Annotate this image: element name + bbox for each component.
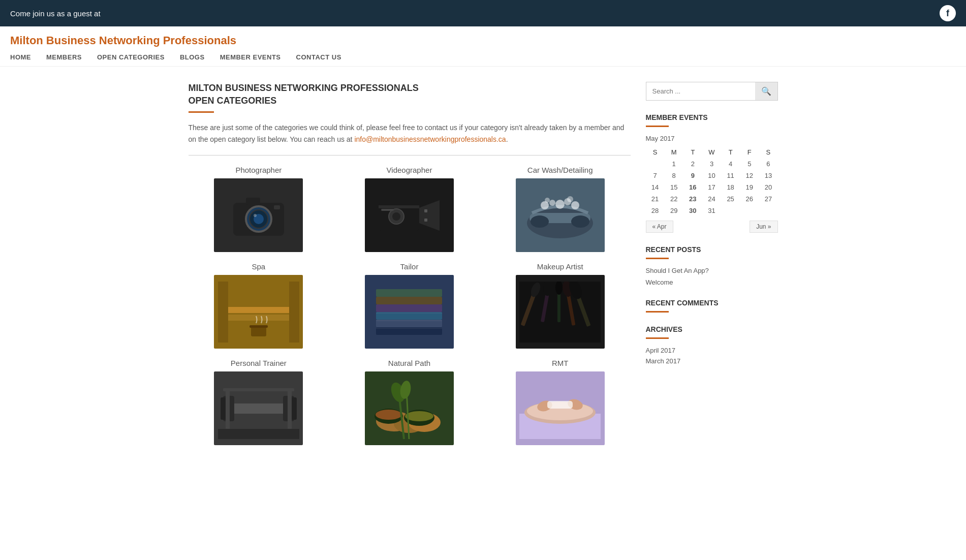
nav-home[interactable]: HOME <box>10 53 31 61</box>
archives-section: ARCHIVES April 2017 March 2017 <box>646 325 778 365</box>
svg-rect-14 <box>424 219 427 222</box>
svg-point-25 <box>545 198 550 203</box>
member-events-title: MEMBER EVENTS <box>646 113 778 121</box>
archive-april[interactable]: April 2017 <box>646 347 778 354</box>
svg-point-24 <box>571 201 579 209</box>
category-videographer: Videographer <box>339 166 480 252</box>
cal-header-s: S <box>646 146 665 158</box>
nav-open-categories[interactable]: OPEN CATEGORIES <box>97 53 165 61</box>
cal-header-f: F <box>740 146 759 158</box>
search-button[interactable]: 🔍 <box>755 82 777 100</box>
category-image-trainer <box>214 371 303 445</box>
cal-date-30[interactable]: 30 <box>683 205 702 216</box>
category-image-spa <box>214 275 303 349</box>
cal-date-9[interactable]: 9 <box>683 170 702 181</box>
sidebar: 🔍 MEMBER EVENTS May 2017 S M T W T F S <box>646 82 778 445</box>
category-makeup: Makeup Artist <box>490 262 631 349</box>
banner-text: Come join us as a guest at <box>10 9 101 18</box>
top-banner: Come join us as a guest at f <box>0 0 966 26</box>
cal-header-m: M <box>665 146 683 158</box>
category-label-tailor: Tailor <box>400 262 419 271</box>
cal-date-16[interactable]: 16 <box>683 181 702 193</box>
category-grid: Photographer Videographer <box>189 166 631 445</box>
cal-header-w: W <box>702 146 721 158</box>
cal-next-button[interactable]: Jun » <box>750 221 777 233</box>
recent-comments-title: RECENT COMMENTS <box>646 299 778 307</box>
svg-rect-12 <box>381 209 394 211</box>
search-box: 🔍 <box>646 82 778 101</box>
svg-rect-34 <box>250 325 268 328</box>
cal-header-t1: T <box>683 146 702 158</box>
svg-rect-65 <box>218 429 299 439</box>
category-label-photographer: Photographer <box>235 166 282 174</box>
calendar-month: May 2017 <box>646 135 778 142</box>
title-underline <box>189 111 214 113</box>
svg-rect-28 <box>223 315 294 321</box>
category-label-natural: Natural Path <box>388 359 430 367</box>
recent-comments-underline <box>646 311 669 313</box>
nav-contact-us[interactable]: CONTACT US <box>296 53 341 61</box>
cal-header-t2: T <box>721 146 740 158</box>
category-label-carwash: Car Wash/Detailing <box>527 166 593 174</box>
cal-date-23[interactable]: 23 <box>683 193 702 205</box>
cal-row-1: 1 2 3 4 5 6 <box>646 158 778 170</box>
category-image-natural <box>365 371 454 445</box>
member-events-underline <box>646 126 669 127</box>
category-image-carwash <box>516 178 605 252</box>
main-content: MILTON BUSINESS NETWORKING PROFESSIONALS… <box>178 82 788 445</box>
recent-posts-underline <box>646 258 669 259</box>
category-natural: Natural Path <box>339 359 480 445</box>
svg-rect-31 <box>218 282 228 343</box>
site-logo[interactable]: Milton Business Networking Professionals <box>10 34 956 47</box>
category-image-makeup <box>516 275 605 349</box>
category-label-rmt: RMT <box>552 359 569 367</box>
svg-rect-13 <box>424 209 427 212</box>
recent-posts-title: RECENT POSTS <box>646 245 778 254</box>
svg-point-26 <box>567 196 573 202</box>
category-label-videographer: Videographer <box>387 166 432 174</box>
facebook-icon[interactable]: f <box>940 5 956 21</box>
main-nav: HOME MEMBERS OPEN CATEGORIES BLOGS MEMBE… <box>10 53 956 66</box>
svg-rect-39 <box>376 304 442 312</box>
category-rmt: RMT <box>490 359 631 445</box>
category-label-trainer: Personal Trainer <box>231 359 287 367</box>
cal-header-s2: S <box>759 146 777 158</box>
svg-point-19 <box>571 215 589 228</box>
content-area: MILTON BUSINESS NETWORKING PROFESSIONALS… <box>189 82 631 445</box>
svg-rect-32 <box>289 282 299 343</box>
recent-post-0[interactable]: Should I Get An App? <box>646 267 778 274</box>
category-tailor: Tailor <box>339 262 480 349</box>
cal-row-2: 7 8 9 10 11 12 13 <box>646 170 778 181</box>
svg-point-5 <box>254 214 257 217</box>
email-link[interactable]: info@miltonbusinessnetworkingprofessiona… <box>354 135 506 143</box>
site-header: Milton Business Networking Professionals… <box>0 26 966 67</box>
recent-posts-section: RECENT POSTS Should I Get An App? Welcom… <box>646 245 778 286</box>
search-input[interactable] <box>646 82 755 100</box>
svg-rect-1 <box>246 198 260 205</box>
svg-point-22 <box>555 200 565 209</box>
svg-point-73 <box>405 411 433 421</box>
svg-rect-84 <box>547 401 573 409</box>
calendar-nav: « Apr Jun » <box>646 221 778 233</box>
archive-march[interactable]: March 2017 <box>646 357 778 365</box>
category-spa: Spa <box>189 262 329 349</box>
svg-marker-9 <box>419 200 440 231</box>
svg-rect-57 <box>228 403 289 414</box>
recent-post-1[interactable]: Welcome <box>646 278 778 286</box>
svg-rect-6 <box>274 205 280 209</box>
category-trainer: Personal Trainer <box>189 359 329 445</box>
svg-point-11 <box>392 212 400 221</box>
cal-prev-button[interactable]: « Apr <box>646 221 673 233</box>
nav-blogs[interactable]: BLOGS <box>180 53 205 61</box>
nav-members[interactable]: MEMBERS <box>46 53 82 61</box>
svg-rect-41 <box>376 289 442 297</box>
nav-member-events[interactable]: MEMBER EVENTS <box>220 53 281 61</box>
svg-point-18 <box>531 215 549 228</box>
member-events-section: MEMBER EVENTS May 2017 S M T W T F S <box>646 113 778 233</box>
content-divider <box>189 155 631 155</box>
cal-row-3: 14 15 16 17 18 19 20 <box>646 181 778 193</box>
svg-rect-8 <box>379 205 419 208</box>
cal-row-5: 28 29 30 31 <box>646 205 778 216</box>
category-image-rmt <box>516 371 605 445</box>
category-photographer: Photographer <box>189 166 329 252</box>
